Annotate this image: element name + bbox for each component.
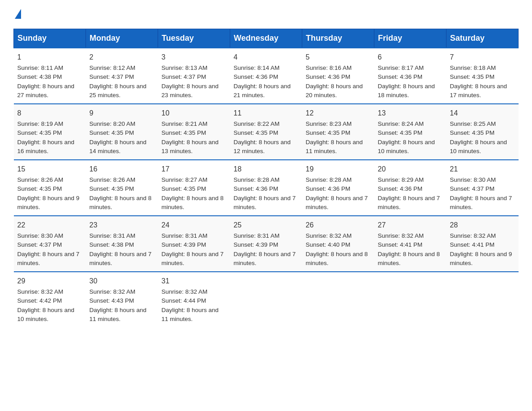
day-number: 13 xyxy=(378,108,443,119)
day-number: 11 xyxy=(234,108,299,119)
sunrise-text: Sunrise: 8:28 AM xyxy=(306,176,352,183)
day-number: 29 xyxy=(17,276,82,287)
day-number: 6 xyxy=(378,52,443,63)
calendar-cell: 28Sunrise: 8:32 AMSunset: 4:41 PMDayligh… xyxy=(446,216,519,272)
sunset-text: Sunset: 4:38 PM xyxy=(17,73,62,80)
calendar-week-row: 29Sunrise: 8:32 AMSunset: 4:42 PMDayligh… xyxy=(14,272,519,327)
sunset-text: Sunset: 4:36 PM xyxy=(234,73,279,80)
calendar-cell: 16Sunrise: 8:26 AMSunset: 4:35 PMDayligh… xyxy=(86,160,158,216)
calendar-week-row: 15Sunrise: 8:26 AMSunset: 4:35 PMDayligh… xyxy=(14,160,519,216)
daylight-text: Daylight: 8 hours and 10 minutes. xyxy=(450,139,507,154)
daylight-text: Daylight: 8 hours and 23 minutes. xyxy=(162,83,219,98)
calendar-cell xyxy=(302,272,374,327)
day-number: 3 xyxy=(162,52,227,63)
calendar-cell: 14Sunrise: 8:25 AMSunset: 4:35 PMDayligh… xyxy=(446,104,519,160)
sunset-text: Sunset: 4:35 PM xyxy=(17,185,62,192)
day-number: 25 xyxy=(234,220,299,231)
calendar-cell: 9Sunrise: 8:20 AMSunset: 4:35 PMDaylight… xyxy=(86,104,158,160)
daylight-text: Daylight: 8 hours and 9 minutes. xyxy=(17,195,80,210)
day-number: 10 xyxy=(162,108,227,119)
sunset-text: Sunset: 4:35 PM xyxy=(234,129,279,136)
sunset-text: Sunset: 4:35 PM xyxy=(17,129,62,136)
sunset-text: Sunset: 4:35 PM xyxy=(162,185,206,192)
daylight-text: Daylight: 8 hours and 17 minutes. xyxy=(450,83,507,98)
day-number: 19 xyxy=(306,164,371,175)
daylight-text: Daylight: 8 hours and 7 minutes. xyxy=(450,195,512,210)
sunrise-text: Sunrise: 8:13 AM xyxy=(162,64,208,71)
day-number: 26 xyxy=(306,220,371,231)
sunrise-text: Sunrise: 8:31 AM xyxy=(90,232,136,239)
sunrise-text: Sunrise: 8:12 AM xyxy=(90,64,136,71)
day-header-thursday: Thursday xyxy=(302,29,374,48)
sunrise-text: Sunrise: 8:32 AM xyxy=(306,232,352,239)
page-header xyxy=(13,9,519,20)
calendar-cell: 15Sunrise: 8:26 AMSunset: 4:35 PMDayligh… xyxy=(14,160,86,216)
calendar-cell: 19Sunrise: 8:28 AMSunset: 4:36 PMDayligh… xyxy=(302,160,374,216)
calendar-cell: 24Sunrise: 8:31 AMSunset: 4:39 PMDayligh… xyxy=(158,216,230,272)
calendar-cell: 4Sunrise: 8:14 AMSunset: 4:36 PMDaylight… xyxy=(230,48,302,104)
sunrise-text: Sunrise: 8:14 AM xyxy=(234,64,280,71)
daylight-text: Daylight: 8 hours and 18 minutes. xyxy=(378,83,435,98)
calendar-week-row: 1Sunrise: 8:11 AMSunset: 4:38 PMDaylight… xyxy=(14,48,519,104)
calendar-cell: 18Sunrise: 8:28 AMSunset: 4:36 PMDayligh… xyxy=(230,160,302,216)
sunset-text: Sunset: 4:43 PM xyxy=(90,297,134,304)
calendar-cell: 13Sunrise: 8:24 AMSunset: 4:35 PMDayligh… xyxy=(374,104,446,160)
day-header-wednesday: Wednesday xyxy=(230,29,302,48)
sunset-text: Sunset: 4:39 PM xyxy=(162,241,206,248)
sunset-text: Sunset: 4:37 PM xyxy=(162,73,206,80)
sunrise-text: Sunrise: 8:23 AM xyxy=(306,120,352,127)
daylight-text: Daylight: 8 hours and 11 minutes. xyxy=(306,139,363,154)
calendar-header-row: SundayMondayTuesdayWednesdayThursdayFrid… xyxy=(14,29,519,48)
calendar-cell: 3Sunrise: 8:13 AMSunset: 4:37 PMDaylight… xyxy=(158,48,230,104)
daylight-text: Daylight: 8 hours and 7 minutes. xyxy=(162,251,224,266)
calendar-cell xyxy=(374,272,446,327)
calendar-cell: 27Sunrise: 8:32 AMSunset: 4:41 PMDayligh… xyxy=(374,216,446,272)
daylight-text: Daylight: 8 hours and 16 minutes. xyxy=(17,139,75,154)
sunrise-text: Sunrise: 8:32 AM xyxy=(378,232,424,239)
daylight-text: Daylight: 8 hours and 7 minutes. xyxy=(17,251,80,266)
calendar-cell: 8Sunrise: 8:19 AMSunset: 4:35 PMDaylight… xyxy=(14,104,86,160)
calendar-cell xyxy=(230,272,302,327)
day-number: 17 xyxy=(162,164,227,175)
sunrise-text: Sunrise: 8:28 AM xyxy=(234,176,280,183)
sunset-text: Sunset: 4:39 PM xyxy=(234,241,279,248)
calendar-table: SundayMondayTuesdayWednesdayThursdayFrid… xyxy=(13,29,519,327)
sunset-text: Sunset: 4:36 PM xyxy=(306,73,351,80)
daylight-text: Daylight: 8 hours and 8 minutes. xyxy=(90,195,152,210)
calendar-cell: 17Sunrise: 8:27 AMSunset: 4:35 PMDayligh… xyxy=(158,160,230,216)
sunset-text: Sunset: 4:44 PM xyxy=(162,297,206,304)
calendar-cell: 30Sunrise: 8:32 AMSunset: 4:43 PMDayligh… xyxy=(86,272,158,327)
daylight-text: Daylight: 8 hours and 20 minutes. xyxy=(306,83,363,98)
calendar-cell: 20Sunrise: 8:29 AMSunset: 4:36 PMDayligh… xyxy=(374,160,446,216)
calendar-cell: 6Sunrise: 8:17 AMSunset: 4:36 PMDaylight… xyxy=(374,48,446,104)
daylight-text: Daylight: 8 hours and 13 minutes. xyxy=(162,139,219,154)
sunrise-text: Sunrise: 8:19 AM xyxy=(17,120,64,127)
sunset-text: Sunset: 4:35 PM xyxy=(90,129,134,136)
day-header-friday: Friday xyxy=(374,29,446,48)
day-number: 7 xyxy=(450,52,515,63)
sunrise-text: Sunrise: 8:21 AM xyxy=(162,120,208,127)
calendar-cell: 21Sunrise: 8:30 AMSunset: 4:37 PMDayligh… xyxy=(446,160,519,216)
daylight-text: Daylight: 8 hours and 7 minutes. xyxy=(90,251,152,266)
day-number: 21 xyxy=(450,164,515,175)
sunrise-text: Sunrise: 8:11 AM xyxy=(17,64,64,71)
sunset-text: Sunset: 4:41 PM xyxy=(378,241,423,248)
daylight-text: Daylight: 8 hours and 25 minutes. xyxy=(90,83,147,98)
sunset-text: Sunset: 4:35 PM xyxy=(450,73,495,80)
sunrise-text: Sunrise: 8:16 AM xyxy=(306,64,352,71)
calendar-cell: 1Sunrise: 8:11 AMSunset: 4:38 PMDaylight… xyxy=(14,48,86,104)
calendar-cell: 5Sunrise: 8:16 AMSunset: 4:36 PMDaylight… xyxy=(302,48,374,104)
calendar-cell: 7Sunrise: 8:18 AMSunset: 4:35 PMDaylight… xyxy=(446,48,519,104)
day-number: 18 xyxy=(234,164,299,175)
calendar-cell xyxy=(446,272,519,327)
sunrise-text: Sunrise: 8:29 AM xyxy=(378,176,424,183)
calendar-cell: 23Sunrise: 8:31 AMSunset: 4:38 PMDayligh… xyxy=(86,216,158,272)
sunset-text: Sunset: 4:35 PM xyxy=(306,129,351,136)
sunrise-text: Sunrise: 8:27 AM xyxy=(162,176,208,183)
sunset-text: Sunset: 4:36 PM xyxy=(378,185,423,192)
sunrise-text: Sunrise: 8:32 AM xyxy=(17,288,64,295)
sunrise-text: Sunrise: 8:32 AM xyxy=(450,232,496,239)
day-number: 24 xyxy=(162,220,227,231)
sunrise-text: Sunrise: 8:31 AM xyxy=(234,232,280,239)
sunset-text: Sunset: 4:35 PM xyxy=(90,185,134,192)
